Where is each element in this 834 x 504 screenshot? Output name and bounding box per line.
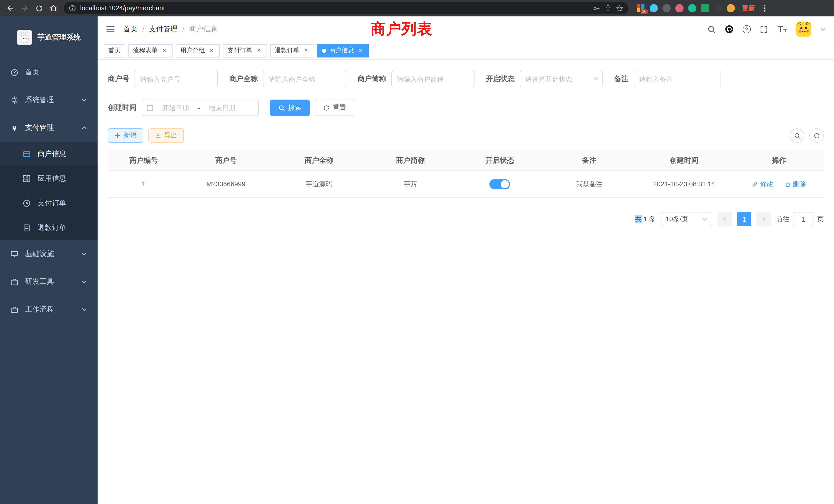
- start-date-input[interactable]: [156, 104, 196, 112]
- add-button[interactable]: 新增: [108, 128, 143, 143]
- sidebar-subitem-app-info[interactable]: 应用信息: [0, 166, 97, 191]
- breadcrumb-home[interactable]: 首页: [123, 25, 138, 34]
- tab-label: 用户分组: [180, 46, 205, 55]
- extension-drop-icon[interactable]: [650, 4, 658, 12]
- search-icon[interactable]: [707, 25, 716, 33]
- close-icon[interactable]: ×: [357, 47, 364, 54]
- app-logo[interactable]: 芋道管理系统: [0, 17, 97, 59]
- toggle-search-button[interactable]: [790, 128, 804, 143]
- delete-link-label: 删除: [793, 179, 806, 189]
- full-name-label: 商户全称: [229, 74, 258, 84]
- extension-grid-icon[interactable]: 10: [637, 4, 645, 12]
- tab-label: 退款订单: [275, 46, 300, 55]
- browser-menu-icon[interactable]: [761, 4, 768, 12]
- remark-input[interactable]: [634, 71, 721, 87]
- edit-link[interactable]: 修改: [752, 179, 773, 189]
- cell-merchant-no: M233666999: [179, 171, 272, 197]
- create-time-range[interactable]: -: [142, 99, 259, 116]
- col-create-time: 创建时间: [634, 150, 734, 171]
- address-bar[interactable]: localhost:1024/pay/merchant: [64, 2, 629, 14]
- breadcrumb-separator: /: [182, 25, 184, 33]
- sidebar-item-infrastructure[interactable]: 基础设施: [0, 240, 97, 268]
- extension-check-icon[interactable]: [688, 4, 696, 12]
- short-name-input[interactable]: [391, 71, 475, 87]
- github-icon[interactable]: [725, 25, 734, 34]
- cell-status: [455, 171, 545, 197]
- browser-back-button[interactable]: [4, 2, 17, 14]
- breadcrumb-payment[interactable]: 支付管理: [149, 25, 178, 34]
- browser-update-button[interactable]: 更新: [742, 4, 755, 13]
- reset-button[interactable]: 重置: [315, 99, 354, 116]
- page-1-button[interactable]: 1: [737, 212, 751, 226]
- page-size-select[interactable]: 10条/页: [661, 212, 712, 226]
- next-page-button[interactable]: [756, 212, 771, 226]
- export-button[interactable]: 导出: [148, 128, 184, 143]
- goto-page-input[interactable]: [793, 212, 813, 226]
- fullscreen-icon[interactable]: [760, 25, 768, 33]
- refresh-button[interactable]: [809, 128, 824, 143]
- close-icon[interactable]: ×: [303, 47, 310, 54]
- sidebar-item-label: 系统管理: [25, 95, 54, 105]
- tab-process-form[interactable]: 流程表单 ×: [128, 44, 173, 57]
- extension-color-icon[interactable]: [675, 4, 683, 12]
- extension-doc-icon[interactable]: [701, 4, 709, 12]
- sidebar-item-label: 研发工具: [25, 277, 54, 287]
- extension-globe-icon[interactable]: [662, 4, 671, 12]
- payment-submenu: 商户信息 应用信息 支付订单: [0, 142, 97, 240]
- merchant-no-input[interactable]: [135, 71, 218, 87]
- close-icon[interactable]: ×: [255, 47, 262, 54]
- sidebar-item-workflow[interactable]: 工作流程: [0, 296, 97, 323]
- end-date-input[interactable]: [202, 104, 242, 112]
- bookmark-star-icon[interactable]: [616, 4, 623, 12]
- status-label: 开启状态: [486, 74, 514, 84]
- delete-link[interactable]: 删除: [785, 179, 806, 189]
- page-info-icon[interactable]: [69, 5, 76, 12]
- extension-avatar-icon[interactable]: [727, 4, 735, 12]
- gear-icon: [10, 96, 19, 104]
- sidebar-collapse-icon[interactable]: [106, 25, 115, 33]
- tab-refund-order[interactable]: 退款订单 ×: [270, 44, 314, 57]
- tab-home[interactable]: 首页: [104, 44, 125, 57]
- chevron-down-icon: [81, 279, 87, 285]
- merchant-card-icon: [23, 150, 31, 158]
- tab-payment-order[interactable]: 支付订单 ×: [223, 44, 267, 57]
- font-size-icon[interactable]: [777, 25, 787, 33]
- sidebar-item-payment-management[interactable]: ¥ 支付管理: [0, 114, 97, 142]
- sidebar-subitem-merchant-info[interactable]: 商户信息: [0, 142, 97, 166]
- search-button[interactable]: 搜索: [270, 99, 310, 116]
- sidebar-subitem-payment-order[interactable]: 支付订单: [0, 191, 97, 215]
- full-name-input[interactable]: [263, 71, 346, 87]
- calendar-icon: [146, 104, 154, 111]
- col-merchant-no: 商户号: [179, 150, 272, 171]
- tabs-bar: 首页 流程表单 × 用户分组 × 支付订单 × 退款订单 ×: [97, 42, 834, 60]
- toolbox-icon: [10, 278, 19, 286]
- status-toggle[interactable]: [489, 179, 510, 189]
- sidebar-item-system-management[interactable]: 系统管理: [0, 86, 97, 114]
- extension-pin-icon[interactable]: [714, 4, 722, 12]
- breadcrumb: 首页 / 支付管理 / 商户信息: [123, 25, 218, 34]
- page: localhost:1024/pay/merchant 10 更新: [0, 0, 834, 504]
- avatar[interactable]: [796, 22, 811, 37]
- close-icon[interactable]: ×: [161, 47, 168, 54]
- browser-home-button[interactable]: [47, 2, 60, 14]
- sidebar-item-home[interactable]: 首页: [0, 59, 97, 86]
- help-icon[interactable]: ?: [743, 25, 751, 33]
- prev-page-button[interactable]: [718, 212, 732, 226]
- tab-label: 流程表单: [133, 46, 158, 55]
- sidebar-subitem-refund-order[interactable]: 退款订单: [0, 215, 97, 240]
- chevron-down-icon[interactable]: [820, 26, 826, 32]
- share-icon[interactable]: [605, 5, 612, 12]
- browser-forward-button[interactable]: [19, 2, 31, 14]
- tab-merchant-info[interactable]: 商户信息 ×: [317, 44, 369, 57]
- browser-reload-button[interactable]: [33, 2, 45, 14]
- cell-create-time: 2021-10-23 08:31:14: [634, 171, 734, 197]
- table-row: 1 M233666999 芋道源码 芋艿 我是备注 2021-10-23 08:…: [108, 171, 824, 197]
- extensions-area: 10: [637, 4, 735, 12]
- sidebar-item-dev-tools[interactable]: 研发工具: [0, 268, 97, 296]
- status-select[interactable]: [520, 71, 603, 87]
- url-text[interactable]: localhost:1024/pay/merchant: [80, 5, 589, 12]
- close-icon[interactable]: ×: [208, 47, 215, 54]
- tab-user-group[interactable]: 用户分组 ×: [176, 44, 220, 57]
- tab-label: 商户信息: [329, 46, 354, 55]
- password-key-icon[interactable]: [593, 4, 600, 12]
